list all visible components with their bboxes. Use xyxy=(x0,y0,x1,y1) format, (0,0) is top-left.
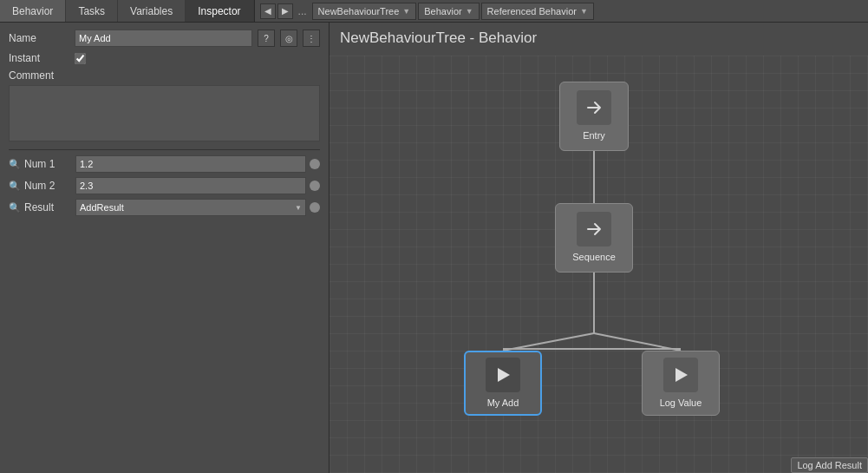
nav-next-button[interactable]: ▶ xyxy=(277,3,293,19)
referenced-dropdown[interactable]: Referenced Behavior ▼ xyxy=(481,3,594,20)
var-label-num2: Num 2 xyxy=(24,180,72,192)
node-entry[interactable]: Entry xyxy=(559,82,629,151)
var-input-num1[interactable] xyxy=(75,155,306,173)
name-more-button[interactable]: ⋮ xyxy=(303,30,320,47)
tree-dropdown[interactable]: NewBehaviourTree ▼ xyxy=(312,3,417,20)
tab-inspector[interactable]: Inspector xyxy=(186,0,253,22)
var-dot-num1[interactable] xyxy=(310,159,320,169)
node-sequence-label: Sequence xyxy=(569,250,619,264)
name-row: Name ? ◎ ⋮ xyxy=(9,30,320,47)
name-label: Name xyxy=(9,32,69,44)
graph-title: NewBehaviourTree - Behavior xyxy=(330,23,868,54)
result-dropdown-arrow: ▼ xyxy=(295,204,302,212)
main-layout: Name ? ◎ ⋮ Instant Comment 🔍 Num xyxy=(0,23,868,473)
svg-marker-5 xyxy=(498,368,510,382)
name-help-button[interactable]: ? xyxy=(258,30,275,47)
name-input[interactable] xyxy=(75,30,252,47)
var-dropdown-result[interactable]: AddResult ▼ xyxy=(75,199,306,216)
var-row-num1: 🔍 Num 1 xyxy=(9,155,320,173)
instant-label: Instant xyxy=(9,52,69,64)
node-logvalue-label: Log Value xyxy=(656,396,706,410)
name-info-button[interactable]: ◎ xyxy=(280,30,297,47)
var-dot-result[interactable] xyxy=(310,202,320,213)
var-row-num2: 🔍 Num 2 xyxy=(9,177,320,194)
comment-label: Comment xyxy=(9,69,320,82)
sequence-icon xyxy=(584,219,604,240)
tab-behavior[interactable]: Behavior xyxy=(0,0,66,22)
node-logvalue[interactable]: Log Value xyxy=(642,351,720,416)
node-sequence[interactable]: Sequence xyxy=(555,203,633,273)
node-myadd-label: My Add xyxy=(484,396,523,410)
top-menu-bar: Behavior Tasks Variables Inspector ◀ ▶ .… xyxy=(0,0,868,23)
instant-row: Instant xyxy=(9,52,320,64)
right-panel: NewBehaviourTree - Behavior xyxy=(330,23,868,473)
var-row-result: 🔍 Result AddResult ▼ xyxy=(9,199,320,216)
instant-checkbox[interactable] xyxy=(75,53,86,64)
var-input-num2[interactable] xyxy=(75,177,306,194)
comment-textarea[interactable] xyxy=(9,85,320,141)
behavior-dropdown-arrow: ▼ xyxy=(466,7,473,16)
referenced-dropdown-arrow: ▼ xyxy=(580,7,588,16)
myadd-icon-box xyxy=(486,358,520,392)
node-myadd[interactable]: My Add xyxy=(464,351,542,416)
sequence-icon-box xyxy=(577,212,611,246)
logvalue-icon-box xyxy=(663,358,698,392)
nav-prev-button[interactable]: ◀ xyxy=(260,3,276,19)
entry-icon xyxy=(584,97,604,118)
log-add-result-tooltip: Log Add Result xyxy=(791,457,868,473)
svg-line-2 xyxy=(503,333,594,351)
node-entry-label: Entry xyxy=(579,128,609,142)
var-label-result: Result xyxy=(24,201,72,214)
graph-canvas[interactable]: Entry Sequence My Add xyxy=(330,56,868,473)
breadcrumb-ellipsis[interactable]: ... xyxy=(295,5,310,17)
instant-checkbox-area xyxy=(75,53,86,64)
behavior-dropdown[interactable]: Behavior ▼ xyxy=(418,3,479,20)
entry-icon-box xyxy=(577,90,611,125)
var-label-num1: Num 1 xyxy=(24,158,72,170)
svg-line-3 xyxy=(594,333,681,351)
left-panel: Name ? ◎ ⋮ Instant Comment 🔍 Num xyxy=(0,23,330,473)
var-dot-num2[interactable] xyxy=(310,181,320,191)
var-dropdown-result-value: AddResult xyxy=(80,202,124,213)
tab-tasks[interactable]: Tasks xyxy=(66,0,118,22)
svg-marker-6 xyxy=(675,368,688,382)
separator-1 xyxy=(9,149,320,150)
tree-dropdown-arrow: ▼ xyxy=(402,7,410,16)
myadd-play-icon xyxy=(493,365,513,385)
inspector-section: Name ? ◎ ⋮ Instant Comment 🔍 Num xyxy=(0,23,329,227)
tab-variables[interactable]: Variables xyxy=(118,0,186,22)
logvalue-play-icon xyxy=(670,365,691,385)
search-icon-num1: 🔍 xyxy=(9,158,21,170)
breadcrumb-area: ◀ ▶ ... NewBehaviourTree ▼ Behavior ▼ Re… xyxy=(255,0,868,22)
search-icon-result: 🔍 xyxy=(9,201,21,214)
search-icon-num2: 🔍 xyxy=(9,180,21,192)
